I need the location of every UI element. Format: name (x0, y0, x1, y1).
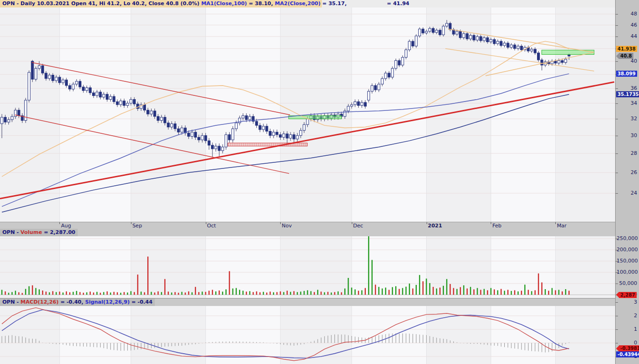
time-axis-tick (280, 222, 281, 224)
value-axis-label: 36 (617, 85, 637, 91)
value-axis-label: 30 (617, 132, 637, 138)
price-badge-38.099: 38.099 (616, 71, 637, 77)
volume-panel-header: OPN - Volume = 2,287.00 (0, 229, 615, 236)
time-axis-label: Nov (282, 223, 291, 229)
time-axis-tick (131, 222, 131, 224)
volume-label: Volume (21, 229, 42, 235)
time-axis-label: Feb (492, 223, 501, 229)
value-axis-label: 48 (617, 11, 637, 17)
value-axis-column[interactable]: 48464442403836343230282624250,000200,000… (615, 0, 639, 364)
value-axis-tick (616, 119, 618, 119)
value-axis-tick (616, 284, 618, 284)
macd-chart[interactable] (0, 306, 615, 364)
value-axis-tick (616, 14, 618, 15)
value-axis-tick (616, 153, 618, 154)
price-badge-41.938: 41.938 (616, 46, 637, 52)
signal-label: Signal(12,26,9) (85, 299, 130, 305)
time-axis-label: Aug (61, 223, 71, 229)
value-axis-label: 200,000 (617, 247, 637, 253)
red-zone-box (228, 143, 307, 146)
value-axis-tick (616, 316, 618, 316)
time-axis-tick (59, 222, 60, 224)
value-axis-tick (616, 239, 618, 239)
time-axis-tick (352, 222, 352, 224)
value-axis-label: 1 (617, 326, 637, 332)
volume-chart-area[interactable] (0, 236, 615, 298)
ohlc-summary: OPN - Daily 10.03.2021 Open 41, Hi 41.2,… (2, 0, 201, 7)
trading-chart-window: OPN - Daily 10.03.2021 Open 41, Hi 41.2,… (0, 0, 639, 364)
value-axis-tick (616, 302, 618, 303)
value-axis-label: 46 (617, 22, 637, 28)
value-axis-tick (616, 173, 618, 173)
time-axis-label: Dec (353, 223, 363, 229)
ma1-label: MA1(Close,100) (201, 0, 247, 7)
value-axis-label: 3 (617, 299, 637, 305)
time-axis-label: Mar (557, 223, 566, 229)
value-axis-tick (616, 136, 618, 136)
value-axis-label: 28 (617, 150, 637, 156)
value-axis-label: 2 (617, 313, 637, 319)
value-axis-label: 26 (617, 169, 637, 175)
value-axis-tick (616, 25, 618, 26)
time-axis-label: Oct (207, 223, 216, 229)
value-axis-label: 50,000 (617, 280, 637, 286)
macd-chart-area[interactable] (0, 306, 615, 364)
time-axis-tick (206, 222, 206, 224)
value-axis-tick (616, 88, 618, 89)
value-axis-tick (616, 103, 618, 104)
value-axis-tick (616, 343, 618, 343)
volume-value: = 2,287.00 (42, 229, 75, 235)
ma-short-value: = 41.94 (387, 0, 409, 7)
price-chart-area[interactable] (0, 7, 615, 222)
ma2-value: = 35.17, (320, 0, 347, 7)
time-axis-label: Sep (132, 223, 142, 229)
macd-symbol: OPN - (2, 299, 21, 305)
value-axis-label: 100,000 (617, 269, 637, 275)
value-axis-tick (616, 250, 618, 250)
value-axis-label: 34 (617, 100, 637, 106)
time-axis-tick (555, 222, 556, 224)
value-axis-label: 44 (617, 33, 637, 39)
time-axis-tick (491, 222, 491, 224)
signal-value: = -0.44 (130, 299, 152, 305)
value-axis-tick (616, 329, 618, 330)
value-axis-tick (616, 193, 618, 194)
price-panel-legend: OPN - Daily 10.03.2021 Open 41, Hi 41.2,… (0, 0, 322, 7)
time-axis-tick (427, 222, 427, 224)
macd-panel-header: OPN - MACD(12,26) = -0.40, Signal(12,26,… (0, 298, 615, 306)
volume-badge: 2,287 (616, 292, 637, 298)
value-axis-label: 150,000 (617, 258, 637, 264)
value-axis-label: 250,000 (617, 235, 637, 241)
volume-chart[interactable] (0, 236, 615, 298)
macd-panel-legend: OPN - MACD(12,26) = -0.40, Signal(12,26,… (0, 298, 155, 306)
price-badge-40.8: 40.8 (616, 53, 633, 59)
candlestick-chart[interactable] (0, 7, 615, 222)
volume-panel-legend: OPN - Volume = 2,287.00 (0, 229, 78, 236)
macd-badge--0.43944: -0.43944 (616, 351, 639, 357)
ma1-value: = 38.10, (247, 0, 275, 7)
green-zone-box (289, 116, 341, 119)
price-panel-header: OPN - Daily 10.03.2021 Open 41, Hi 41.2,… (0, 0, 615, 7)
macd-badge--0.39812: -0.39812 (616, 345, 639, 351)
value-axis-label: 32 (617, 116, 637, 122)
value-axis-tick (616, 272, 618, 273)
ma2-label: MA2(Close,200) (275, 0, 321, 7)
value-axis-tick (616, 61, 618, 62)
volume-symbol: OPN - (2, 229, 21, 235)
value-axis-tick (616, 261, 618, 262)
macd-value: = -0.40, (58, 299, 85, 305)
value-axis-tick (616, 36, 618, 37)
time-axis-label: 2021 (428, 223, 443, 229)
value-axis-label: 24 (617, 190, 637, 196)
price-badge-35.1735: 35.1735 (616, 91, 639, 97)
macd-label: MACD(12,26) (21, 299, 59, 305)
